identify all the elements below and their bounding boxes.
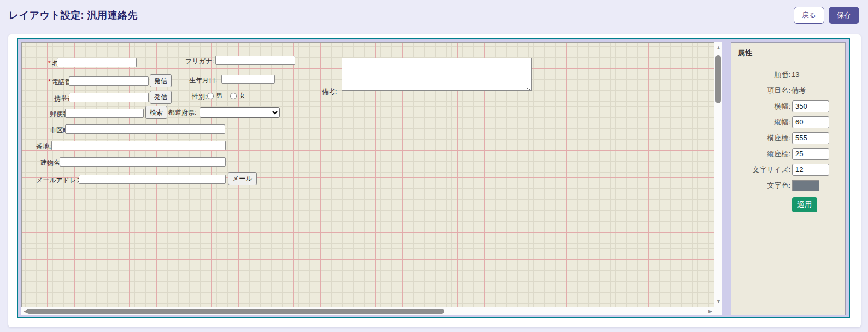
phone-input[interactable] [69, 76, 149, 86]
prop-row-height: 縦幅: [738, 114, 838, 130]
prop-row-width: 横幅: [738, 98, 838, 114]
prop-row-apply: 適用 [738, 197, 838, 212]
furigana-input[interactable] [215, 56, 295, 65]
postal-input[interactable] [65, 109, 144, 118]
scroll-up-icon[interactable]: ▲ [716, 45, 721, 50]
font-size-input[interactable] [792, 164, 829, 176]
font-color-swatch[interactable] [792, 180, 819, 191]
apply-button[interactable]: 適用 [792, 197, 817, 212]
required-asterisk: * [48, 78, 51, 86]
furigana-field-label: フリガナ: [185, 57, 214, 66]
mobile-call-button[interactable]: 発信 [150, 91, 172, 104]
width-input[interactable] [792, 100, 829, 112]
layout-workspace: *名前: フリガナ: *電話番号: 発信 生年月日: 携帯番号: 発信 性別: [17, 38, 850, 318]
prop-row-x: 横座標: [738, 130, 838, 146]
gender-female-label: 女 [239, 91, 245, 100]
email-input[interactable] [79, 175, 226, 184]
birthdate-input[interactable] [221, 75, 275, 84]
canvas-horizontal-scrollbar[interactable]: ◀ ▶ [21, 307, 714, 315]
building-field-label: 建物名: [40, 158, 62, 168]
mobile-input[interactable] [69, 93, 149, 102]
prop-row-y: 縦座標: [738, 146, 838, 162]
gender-male-option: 男 [207, 91, 222, 100]
height-input[interactable] [792, 116, 829, 128]
canvas-scroll-area: *名前: フリガナ: *電話番号: 発信 生年月日: 携帯番号: 発信 性別: [21, 42, 722, 315]
gender-male-label: 男 [216, 91, 222, 100]
prefecture-select[interactable] [200, 107, 280, 118]
email-field-label: メールアドレス: [36, 176, 85, 185]
x-coordinate-input[interactable] [792, 132, 829, 144]
note-field-label: 備考: [322, 87, 337, 97]
prefecture-field-label: 都道府県: [168, 108, 196, 117]
prop-row-item-name: 項目名: 備考 [738, 82, 838, 98]
canvas-vertical-scrollbar[interactable]: ▲ ▼ [714, 42, 722, 307]
email-button[interactable]: メール [228, 172, 257, 185]
scroll-right-icon[interactable]: ▶ [708, 309, 712, 314]
y-coordinate-label: 縦座標: [738, 149, 790, 159]
prop-row-order: 順番: 13 [738, 67, 838, 82]
y-coordinate-input[interactable] [792, 148, 829, 160]
font-size-label: 文字サイズ: [738, 165, 790, 175]
order-value: 13 [791, 70, 799, 79]
birthdate-field-label: 生年月日: [189, 76, 217, 85]
save-button[interactable]: 保存 [829, 7, 859, 24]
page-title: レイアウト設定: 汎用連絡先 [9, 9, 138, 22]
gender-female-radio[interactable] [230, 93, 237, 99]
properties-panel-title: 属性 [738, 48, 838, 62]
horizontal-scroll-thumb[interactable] [26, 309, 444, 314]
scroll-down-icon[interactable]: ▼ [716, 299, 721, 304]
order-label: 順番: [738, 70, 790, 80]
x-coordinate-label: 横座標: [738, 133, 790, 143]
gender-female-option: 女 [230, 91, 245, 100]
note-textarea[interactable] [342, 58, 532, 91]
width-label: 横幅: [738, 102, 790, 111]
city-input[interactable] [65, 124, 225, 134]
height-label: 縦幅: [738, 117, 790, 127]
topbar-actions: 戻る 保存 [794, 7, 859, 24]
gender-field-label: 性別: [192, 92, 207, 102]
required-asterisk: * [48, 60, 51, 67]
street-field-label: 番地: [36, 142, 51, 151]
building-input[interactable] [60, 157, 226, 167]
properties-panel: 属性 順番: 13 項目名: 備考 横幅: 縦幅: 横座標: [731, 42, 846, 315]
item-name-value: 備考 [791, 86, 806, 96]
design-grid-canvas[interactable]: *名前: フリガナ: *電話番号: 発信 生年月日: 携帯番号: 発信 性別: [21, 42, 714, 307]
name-input[interactable] [57, 58, 137, 67]
top-bar: レイアウト設定: 汎用連絡先 戻る 保存 [0, 0, 868, 31]
postal-search-button[interactable]: 検索 [145, 106, 167, 119]
item-name-label: 項目名: [738, 86, 790, 96]
prop-row-font-color: 文字色: [738, 177, 838, 193]
layout-editor-card: *名前: フリガナ: *電話番号: 発信 生年月日: 携帯番号: 発信 性別: [8, 34, 861, 328]
phone-call-button[interactable]: 発信 [150, 74, 172, 87]
back-button[interactable]: 戻る [794, 7, 824, 24]
gender-male-radio[interactable] [207, 93, 214, 99]
street-input[interactable] [51, 141, 226, 150]
prop-row-font-size: 文字サイズ: [738, 162, 838, 177]
font-color-label: 文字色: [738, 181, 790, 191]
scrollbar-corner [714, 307, 722, 315]
vertical-scroll-thumb[interactable] [715, 55, 721, 103]
